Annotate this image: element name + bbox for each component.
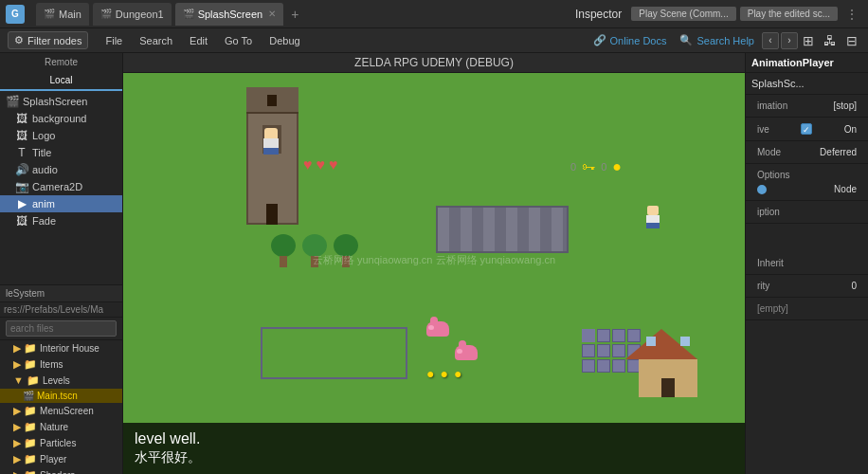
pig-2 bbox=[455, 345, 478, 360]
tab-main[interactable]: 🎬 Main bbox=[36, 3, 89, 26]
tree-item-logo[interactable]: 🖼 Logo bbox=[0, 127, 122, 144]
inspector-mode-section: Mode Deferred bbox=[746, 141, 868, 164]
inspector-active-value: On bbox=[844, 124, 857, 135]
inspector-inherit-label: Inherit bbox=[757, 258, 784, 268]
play-scene-button[interactable]: Play Scene (Comm... bbox=[631, 7, 735, 21]
tab-dungeon1-icon: 🎬 bbox=[100, 9, 112, 19]
inspector-node-radio[interactable] bbox=[757, 185, 767, 194]
inspector-animation-row: imation [stop] bbox=[751, 99, 862, 113]
folder-icon-particles: ▶ 📁 bbox=[13, 437, 37, 449]
tree-item-title[interactable]: T Title bbox=[0, 144, 122, 161]
folder-icon-menu: ▶ 📁 bbox=[13, 405, 37, 417]
toolbar-icon-3[interactable]: ⊟ bbox=[843, 32, 860, 49]
viewport-title-bar: ZELDA RPG UDEMY (DEBUG) bbox=[123, 53, 745, 73]
toolbar-icon-1[interactable]: ⊞ bbox=[800, 32, 817, 49]
filter-nodes-button[interactable]: ⚙ Filter nodes bbox=[8, 31, 88, 49]
filter-icon: ⚙ bbox=[14, 34, 24, 46]
tree-item-fade[interactable]: 🖼 Fade bbox=[0, 212, 122, 229]
inspector-mode-label: Mode bbox=[757, 147, 781, 157]
menu-bar: ⚙ Filter nodes File Search Edit Go To De… bbox=[0, 28, 868, 53]
tree-item-anim[interactable]: ▶ anim bbox=[0, 195, 122, 212]
fs-item-particles[interactable]: ▶ 📁 Particles bbox=[0, 435, 122, 451]
tree-item-camera2d[interactable]: 📷 Camera2D bbox=[0, 178, 122, 195]
inspector-node-row: Node bbox=[751, 182, 862, 196]
menu-search[interactable]: Search bbox=[132, 33, 180, 48]
tree-label-logo: Logo bbox=[32, 130, 55, 141]
inspector-animation-label: imation bbox=[757, 100, 787, 111]
filesystem-search bbox=[0, 318, 122, 340]
tree-label-splashscreen: SplashScreen bbox=[23, 96, 88, 107]
fs-item-menuscreen[interactable]: ▶ 📁 MenuScreen bbox=[0, 403, 122, 419]
tab-bar: G 🎬 Main 🎬 Dungeon1 🎬 SplashScreen ✕ + I… bbox=[0, 0, 868, 28]
left-column: Remote Local 🎬 SplashScreen 🖼 background… bbox=[0, 53, 123, 474]
heart-1: ♥ bbox=[303, 156, 313, 173]
tree-icon-background: 🖼 bbox=[15, 112, 28, 125]
tab-dungeon1-label: Dungeon1 bbox=[116, 9, 164, 20]
game-viewport[interactable]: ♥ ♥ ♥ 0 🗝 0 ● bbox=[123, 73, 745, 474]
heart-2: ♥ bbox=[316, 156, 326, 173]
inspector-empty-row: [empty] bbox=[751, 301, 862, 316]
filesystem-header-label: leSystem bbox=[6, 288, 45, 299]
fs-item-interior-house[interactable]: ▶ 📁 Interior House bbox=[0, 340, 122, 356]
inspector-node-label: Node bbox=[834, 184, 857, 194]
top-right-controls: Inspector Play Scene (Comm... Play the e… bbox=[570, 6, 862, 23]
online-docs-link[interactable]: 🔗 Online Docs bbox=[588, 32, 673, 48]
inspector-active-checkbox[interactable]: ✓ bbox=[801, 123, 812, 135]
inspector-empty-tag: [empty] bbox=[757, 303, 788, 314]
nav-back-button[interactable]: ‹ bbox=[762, 32, 779, 49]
inspector-empty-section: [empty] bbox=[746, 298, 868, 320]
fs-item-items[interactable]: ▶ 📁 Items bbox=[0, 356, 122, 373]
fs-label-interior-house: Interior House bbox=[40, 343, 99, 354]
fs-label-items: Items bbox=[40, 359, 63, 370]
tree-2 bbox=[301, 234, 328, 267]
nav-arrows: ‹ › bbox=[762, 32, 798, 49]
tab-dungeon1[interactable]: 🎬 Dungeon1 bbox=[93, 3, 172, 26]
fs-item-levels[interactable]: ▼ 📁 Levels bbox=[0, 373, 122, 389]
tree-item-splashscreen[interactable]: 🎬 SplashScreen bbox=[0, 93, 122, 110]
folder-icon-levels: ▼ 📁 bbox=[13, 374, 40, 387]
folder-icon-nature: ▶ 📁 bbox=[13, 421, 37, 433]
play-edited-button[interactable]: Play the edited sc... bbox=[740, 7, 838, 21]
menu-edit[interactable]: Edit bbox=[182, 33, 215, 48]
filesystem-search-input[interactable] bbox=[6, 320, 117, 337]
house-body bbox=[639, 359, 697, 397]
tree-icon-anim: ▶ bbox=[15, 197, 28, 210]
coin-count: 0 bbox=[601, 161, 606, 173]
inspector-options-row: Options bbox=[751, 168, 862, 182]
inspector-animation-value: [stop] bbox=[834, 100, 857, 111]
fs-item-player[interactable]: ▶ 📁 Player bbox=[0, 451, 122, 467]
fs-item-main-tscn[interactable]: 🎬 Main.tscn bbox=[0, 389, 122, 403]
filesystem-header: leSystem bbox=[0, 285, 122, 302]
fs-label-main-tscn: Main.tscn bbox=[37, 391, 78, 401]
trees-cluster bbox=[270, 234, 359, 267]
godot-logo-icon: G bbox=[6, 5, 25, 24]
fs-item-nature[interactable]: ▶ 📁 Nature bbox=[0, 419, 122, 435]
game-canvas: ♥ ♥ ♥ 0 🗝 0 ● bbox=[123, 73, 745, 474]
search-help-label: Search Help bbox=[696, 35, 754, 46]
tree-item-audio[interactable]: 🔊 audio bbox=[0, 161, 122, 178]
tab-remote[interactable]: Remote bbox=[0, 53, 122, 71]
online-docs-icon: 🔗 bbox=[593, 34, 606, 46]
filesystem-path: res://Prefabs/Levels/Ma bbox=[0, 302, 122, 318]
house bbox=[639, 329, 697, 397]
nav-forward-button[interactable]: › bbox=[781, 32, 798, 49]
more-options-button[interactable]: ⋮ bbox=[841, 7, 862, 22]
tab-splashscreen[interactable]: 🎬 SplashScreen ✕ bbox=[175, 3, 284, 26]
subtitle-chinese: 水平很好。 bbox=[135, 449, 733, 466]
inspector-active-section: ive ✓ On bbox=[746, 118, 868, 141]
menu-file[interactable]: File bbox=[98, 33, 130, 48]
inspector-priority-row: rity 0 bbox=[751, 279, 862, 293]
search-help-link[interactable]: 🔍 Search Help bbox=[674, 32, 760, 48]
fs-label-player: Player bbox=[40, 454, 66, 465]
stone-platform-top bbox=[436, 206, 569, 253]
add-tab-button[interactable]: + bbox=[287, 7, 302, 22]
menu-goto[interactable]: Go To bbox=[217, 33, 260, 48]
fs-item-shaders[interactable]: ▶ 📁 Shaders bbox=[0, 467, 122, 474]
scene-tree-list: 🎬 SplashScreen 🖼 background 🖼 Logo T Tit… bbox=[0, 91, 122, 231]
tab-splashscreen-close[interactable]: ✕ bbox=[268, 9, 276, 19]
menu-debug[interactable]: Debug bbox=[262, 33, 307, 48]
toolbar-icon-2[interactable]: 🖧 bbox=[821, 32, 840, 49]
tab-local[interactable]: Local bbox=[0, 71, 122, 91]
tree-label-title: Title bbox=[32, 147, 51, 158]
tree-item-background[interactable]: 🖼 background bbox=[0, 110, 122, 127]
